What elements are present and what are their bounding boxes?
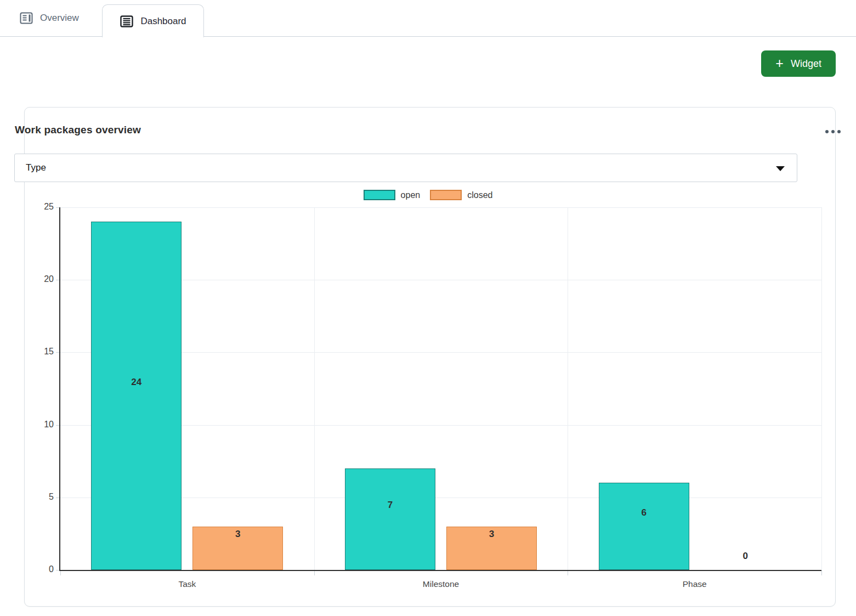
chart-legend: openclosed <box>0 190 856 200</box>
tab-dashboard[interactable]: Dashboard <box>102 4 204 37</box>
legend-label: open <box>401 190 421 200</box>
widget-menu-button[interactable] <box>823 125 843 138</box>
legend-item-closed[interactable]: closed <box>430 190 492 200</box>
add-widget-button[interactable]: + Widget <box>761 50 836 77</box>
tab-dashboard-label: Dashboard <box>140 16 186 27</box>
overview-icon <box>19 11 33 25</box>
legend-swatch-closed <box>430 190 462 200</box>
tab-overview[interactable]: Overview <box>19 0 79 36</box>
add-widget-label: Widget <box>791 58 821 70</box>
tab-bar: Overview Dashboard <box>0 0 856 37</box>
dashboard-icon <box>120 14 134 29</box>
group-by-select-value: Type <box>26 162 46 173</box>
ellipsis-icon <box>825 130 829 133</box>
legend-swatch-open <box>364 190 395 200</box>
ellipsis-icon <box>837 130 841 133</box>
widget-title: Work packages overview <box>15 124 141 136</box>
plus-icon: + <box>775 56 784 70</box>
legend-item-open[interactable]: open <box>364 190 421 200</box>
chevron-down-icon <box>776 166 785 171</box>
tab-overview-label: Overview <box>40 13 79 24</box>
legend-label: closed <box>467 190 492 200</box>
group-by-select[interactable]: Type <box>14 154 797 182</box>
ellipsis-icon <box>831 130 835 133</box>
